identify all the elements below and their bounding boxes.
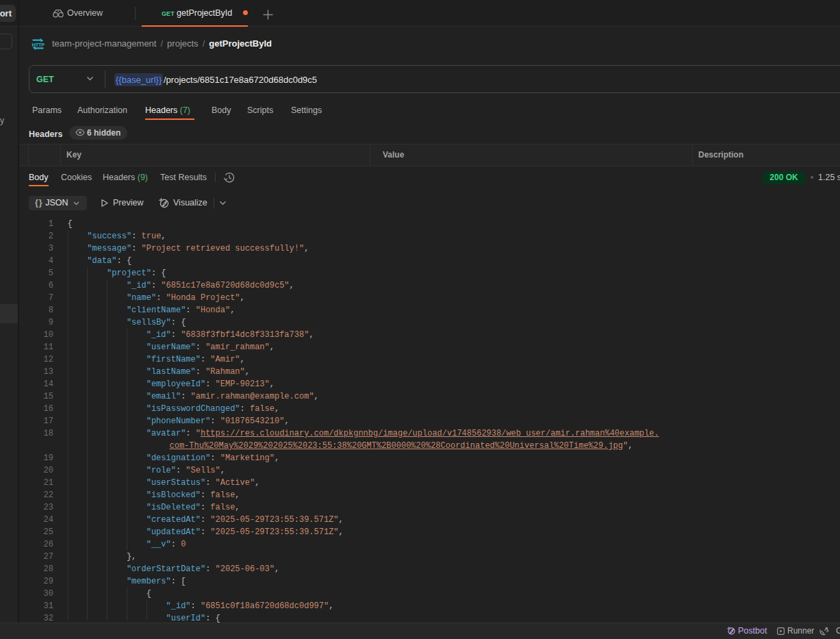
svg-text:HTTP: HTTP — [32, 42, 44, 48]
